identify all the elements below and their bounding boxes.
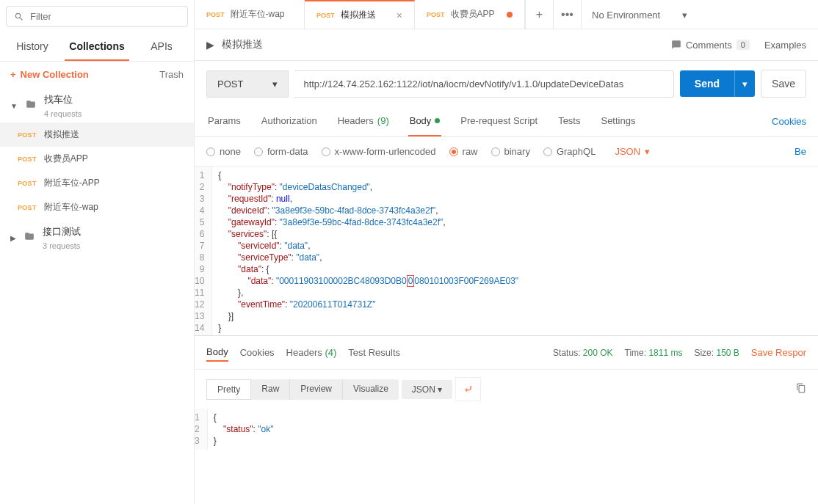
response-tab-headers[interactable]: Headers (4) [286,344,337,361]
tab-settings[interactable]: Settings [599,106,637,136]
save-response-button[interactable]: Save Respor [751,347,806,358]
chevron-down-icon: ▾ [438,384,442,395]
tab-params[interactable]: Params [206,106,242,136]
view-raw[interactable]: Raw [251,379,290,400]
method-tag: POST [18,131,37,139]
new-tab-button[interactable]: + [525,0,553,29]
chevron-down-icon: ▾ [645,146,650,157]
chevron-down-icon: ▾ [272,78,278,90]
sidebar-tab-history[interactable]: History [0,33,65,61]
close-icon[interactable]: × [397,10,402,21]
environment-select[interactable]: No Environment ▾ [581,0,698,29]
body-type-graphql[interactable]: GraphQL [543,146,596,157]
collection-folder[interactable]: ▼ 找车位 4 requests [0,87,194,123]
url-input[interactable] [294,70,673,98]
request-title: 模拟推送 [222,38,263,51]
tab-overflow-button[interactable]: ••• [553,0,581,29]
view-pretty[interactable]: Pretty [206,379,251,400]
examples-button[interactable]: Examples [764,40,806,51]
method-tag: POST [18,156,37,163]
caret-down-icon: ▼ [10,102,18,110]
response-tab-cookies[interactable]: Cookies [240,344,275,361]
folder-name: 接口测试 [43,225,81,238]
view-visualize[interactable]: Visualize [343,379,399,400]
dot-icon [435,118,440,123]
body-type-none[interactable]: none [206,146,241,157]
send-button[interactable]: Send [680,70,734,97]
method-select[interactable]: POST ▾ [206,70,289,98]
collection-folder[interactable]: ▶ 接口测试 3 requests [0,219,194,255]
folder-icon [25,99,37,112]
tab-authorization[interactable]: Authorization [260,106,319,136]
body-type-raw[interactable]: raw [449,146,478,157]
sidebar-request[interactable]: POST附近车位-APP [0,171,194,195]
response-lang-select[interactable]: JSON ▾ [402,380,452,399]
method-tag: POST [18,204,37,211]
request-tab[interactable]: POST 附近车位-wap [195,0,305,29]
wrap-lines-button[interactable]: ⤶ [455,377,481,401]
folder-meta: 4 requests [44,109,82,118]
method-tag: POST [18,180,37,187]
sidebar-tab-apis[interactable]: APIs [129,33,194,61]
trash-link[interactable]: Trash [159,69,184,80]
sidebar-tab-collections[interactable]: Collections [65,33,129,61]
request-tab[interactable]: POST 模拟推送 × [305,0,415,29]
caret-right-icon[interactable]: ▶ [206,39,214,51]
cookies-link[interactable]: Cookies [772,107,806,136]
body-type-xform[interactable]: x-www-form-urlencoded [322,146,436,157]
sidebar-request[interactable]: POST模拟推送 [0,123,194,147]
method-tag: POST [427,11,445,18]
folder-meta: 3 requests [43,241,81,250]
method-tag: POST [316,12,335,19]
filter-box[interactable] [6,6,188,27]
status-label: Status: 200 OK [553,348,612,358]
tab-prerequest[interactable]: Pre-request Script [459,106,539,136]
body-type-binary[interactable]: binary [491,146,530,157]
raw-type-select[interactable]: JSON▾ [615,146,650,157]
tab-body[interactable]: Body [408,106,442,136]
response-tab-body[interactable]: Body [206,343,228,362]
response-editor[interactable]: 123 { "status": "ok"} [195,409,818,456]
request-tab[interactable]: POST 收费员APP [415,0,525,29]
folder-name: 找车位 [44,93,82,106]
size-label: Size: 150 B [694,348,739,358]
comments-button[interactable]: Comments 0 [671,40,750,51]
tab-headers[interactable]: Headers (9) [336,106,391,136]
sidebar-request[interactable]: POST附近车位-wap [0,195,194,219]
plus-icon: + [10,69,16,80]
response-tab-tests[interactable]: Test Results [348,344,400,361]
send-dropdown[interactable]: ▾ [734,70,755,97]
comment-icon [671,40,681,50]
search-icon [14,12,24,22]
folder-icon [23,231,35,244]
tab-tests[interactable]: Tests [557,106,582,136]
copy-icon[interactable] [796,383,806,396]
body-editor[interactable]: 123456789101112131415 { "notifyType": "d… [195,167,818,335]
beautify-link[interactable]: Be [795,146,806,157]
view-preview[interactable]: Preview [290,379,343,400]
line-gutter: 123 [195,409,208,450]
time-label: Time: 1811 ms [625,348,683,358]
method-tag: POST [206,11,225,18]
caret-right-icon: ▶ [10,234,16,242]
new-collection-button[interactable]: +New Collection [10,69,89,80]
save-button[interactable]: Save [761,70,806,98]
sidebar-request[interactable]: POST收费员APP [0,147,194,171]
modified-dot-icon [507,12,513,18]
body-type-formdata[interactable]: form-data [254,146,308,157]
filter-input[interactable] [30,11,180,22]
chevron-down-icon: ▾ [682,10,687,21]
line-gutter: 123456789101112131415 [195,167,212,335]
